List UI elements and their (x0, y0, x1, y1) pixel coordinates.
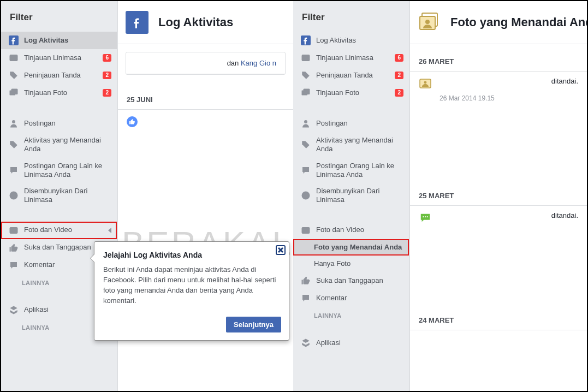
popover-arrow (90, 254, 94, 263)
sidebar-item-label: Tinjauan Linimasa (316, 54, 395, 62)
sidebar-item-tinjauan-linimasa[interactable]: Tinjauan Linimasa 6 (1, 49, 117, 67)
sidebar-item-label: Postingan (316, 119, 403, 128)
sidebar-item-label: Peninjauan Tanda (24, 71, 103, 80)
snippet-link[interactable]: Kang Gio n (241, 59, 276, 67)
person-icon (9, 118, 19, 128)
page-title: Foto yang Menandai Anda (450, 15, 587, 29)
sidebar-item-komentar[interactable]: Komentar (293, 289, 409, 307)
sidebar-item-peninjauan-tanda[interactable]: Peninjauan Tanda 2 (293, 67, 409, 84)
page-header: Log Aktivitas (118, 1, 293, 44)
sidebar-item-tinjauan-foto[interactable]: Tinjauan Foto 2 (1, 84, 117, 102)
sidebar-item-postingan-orang-lain[interactable]: Postingan Orang Lain ke Linimasa Anda (1, 158, 117, 183)
svg-rect-5 (11, 89, 17, 94)
sidebar-item-label: Suka dan Tanggapan (316, 276, 403, 285)
sidebar-item-label: Foto dan Video (316, 225, 403, 234)
intro-popover: Jelajahi Log Aktivitas Anda Berikut ini … (94, 241, 289, 341)
apps-icon (301, 338, 311, 348)
sidebar-item-foto-dan-video[interactable]: Foto dan Video (1, 222, 117, 239)
close-button[interactable] (276, 245, 286, 255)
photo-review-icon (301, 88, 311, 98)
svg-rect-23 (302, 227, 305, 233)
date-heading: 25 MARET (410, 179, 587, 206)
svg-point-26 (425, 20, 430, 24)
right-sidebar: Filter Log Aktivitas Tinjauan Linimasa 6… (293, 1, 409, 391)
svg-point-19 (304, 120, 307, 123)
sidebar-item-label: Postingan Orang Lain ke Linimasa Anda (316, 162, 403, 180)
comment-thumb-icon (419, 211, 432, 224)
person-icon (301, 118, 311, 128)
sidebar-item-log-aktivitas[interactable]: Log Aktivitas (293, 32, 409, 49)
filter-heading: Filter (1, 1, 117, 32)
page-header: Foto yang Menandai Anda (410, 1, 587, 44)
facebook-icon (9, 35, 19, 45)
entry-text: ditandai. (439, 211, 578, 219)
sidebar-item-disembunyikan[interactable]: Disembunyikan Dari Linimasa (1, 183, 117, 209)
like-icon (301, 276, 311, 286)
badge: 2 (395, 72, 403, 80)
svg-point-29 (423, 216, 424, 217)
sidebar-item-label: Log Aktivitas (316, 36, 403, 45)
sidebar-more-1[interactable]: LAINNYA (293, 307, 409, 321)
sidebar-item-peninjauan-tanda[interactable]: Peninjauan Tanda 2 (1, 67, 117, 84)
tag-review-icon (9, 70, 19, 80)
photos-icon (9, 225, 19, 235)
timeline-review-icon (9, 53, 19, 63)
photo-thumb-icon (419, 77, 432, 90)
sidebar-item-label: Aktivitas yang Menandai Anda (316, 136, 403, 154)
sidebar-item-disembunyikan[interactable]: Disembunyikan Dari Linimasa (293, 183, 409, 209)
feed-entry[interactable]: ditandai. (410, 206, 587, 227)
svg-point-30 (425, 216, 426, 217)
blocked-icon (9, 191, 19, 200)
date-heading: 26 MARET (410, 44, 587, 72)
sidebar-item-tinjauan-foto[interactable]: Tinjauan Foto 2 (293, 84, 409, 102)
badge: 2 (103, 72, 111, 80)
sidebar-item-postingan-orang-lain[interactable]: Postingan Orang Lain ke Linimasa Anda (293, 158, 409, 183)
chevron-left-icon (108, 228, 111, 233)
facebook-logo (126, 11, 149, 34)
sidebar-item-label: Foto dan Video (24, 225, 106, 234)
sidebar-item-log-aktivitas[interactable]: Log Aktivitas (1, 32, 117, 49)
sidebar-item-foto-dan-video[interactable]: Foto dan Video (293, 222, 409, 239)
tag-icon (9, 140, 19, 150)
date-heading: 24 MARET (410, 303, 587, 330)
timeline-review-icon (301, 53, 311, 63)
photo-review-icon (9, 88, 19, 98)
speech-icon (9, 165, 19, 175)
sidebar-item-label: Postingan Orang Lain ke Linimasa Anda (24, 162, 111, 180)
svg-rect-10 (10, 227, 13, 233)
svg-rect-2 (10, 55, 12, 61)
entry-timestamp: 26 Mar 2014 19.15 (410, 92, 587, 179)
sidebar-item-aktivitas-tag[interactable]: Aktivitas yang Menandai Anda (1, 132, 117, 158)
sidebar-item-foto-menandai[interactable]: Foto yang Menandai Anda (293, 239, 409, 256)
sidebar-item-label: Disembunyikan Dari Linimasa (24, 187, 111, 205)
blocked-icon (301, 191, 311, 200)
sidebar-item-postingan[interactable]: Postingan (1, 115, 117, 132)
popover-body: Berikut ini Anda dapat meninjau aktivita… (94, 265, 289, 317)
svg-point-3 (11, 73, 12, 74)
badge: 2 (103, 89, 111, 97)
tag-icon (301, 140, 311, 150)
sidebar-item-tinjauan-linimasa[interactable]: Tinjauan Linimasa 6 (293, 49, 409, 67)
badge: 2 (395, 89, 403, 97)
apps-icon (9, 305, 19, 315)
comment-icon (9, 260, 19, 270)
sidebar-item-postingan[interactable]: Postingan (293, 115, 409, 132)
like-icon (9, 243, 19, 253)
svg-point-6 (12, 120, 15, 123)
sidebar-item-label: Hanya Foto (314, 259, 403, 268)
activity-card: dan Kang Gio n (126, 52, 286, 75)
entry-text: ditandai. (439, 77, 578, 85)
facebook-icon (301, 35, 311, 45)
sidebar-item-aplikasi[interactable]: Aplikasi (293, 334, 409, 352)
svg-rect-18 (304, 89, 310, 94)
next-button[interactable]: Selanjutnya (226, 317, 281, 332)
photos-icon (301, 225, 311, 235)
sidebar-item-hanya-foto[interactable]: Hanya Foto (293, 256, 409, 272)
like-reaction-icon (127, 116, 138, 127)
feed-entry[interactable]: ditandai. (410, 72, 587, 92)
comment-icon (301, 293, 311, 303)
sidebar-item-suka[interactable]: Suka dan Tanggapan (293, 272, 409, 289)
sidebar-item-label: Aplikasi (316, 338, 403, 347)
right-main: Foto yang Menandai Anda 26 MARET ditanda… (409, 1, 587, 391)
sidebar-item-aktivitas-tag[interactable]: Aktivitas yang Menandai Anda (293, 132, 409, 158)
